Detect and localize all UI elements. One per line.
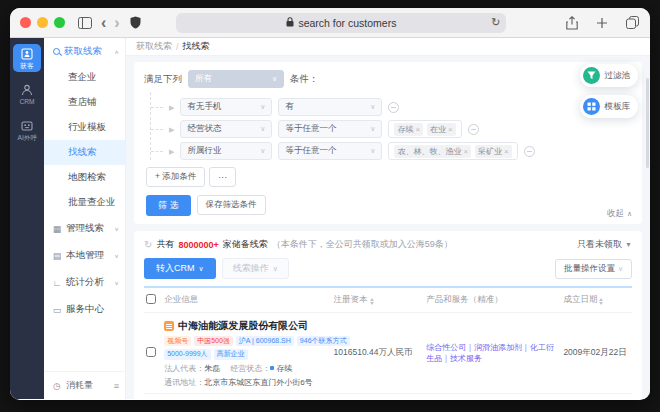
browser-toolbar: ‹ › search for customers ↻ — [10, 8, 650, 38]
products-text[interactable]: 综合性公司｜润滑油添加剂｜化工衍生品｜技术服务 — [426, 342, 559, 365]
sidebar-item-industry-template[interactable]: 行业模板 — [44, 115, 125, 140]
status-dot — [270, 366, 274, 370]
more-conditions-button[interactable]: ⋯ — [209, 167, 236, 187]
sidebar-group-local-manage[interactable]: ▤ 本地管理 ∨ — [44, 242, 125, 269]
sidebar-item-batch-search[interactable]: 批量查企业 — [44, 190, 125, 215]
sidebar-group-service-center[interactable]: ▭ 服务中心 — [44, 296, 125, 323]
filter-field-select[interactable]: 有无手机 ∨ — [180, 98, 272, 116]
close-window-button[interactable] — [20, 17, 31, 28]
header-founded-date[interactable]: 成立日期 — [561, 288, 632, 313]
chip-label: 在业 — [430, 124, 446, 135]
only-unclaimed-label: 只看未领取 — [577, 238, 622, 251]
sidebar-item-find-leads[interactable]: 找线索 — [44, 140, 125, 165]
tag-contacts: 946个联系方式 — [297, 336, 350, 346]
back-button[interactable]: ‹ — [101, 15, 106, 31]
remove-condition-icon[interactable] — [524, 146, 535, 157]
tree-connector — [151, 151, 163, 152]
apply-filter-button[interactable]: 筛 选 — [146, 195, 191, 216]
consumption-label[interactable]: 消耗量 — [66, 379, 93, 392]
legal-person: 朱磊 — [204, 364, 220, 373]
sidebar-group-label: 统计分析 — [66, 276, 104, 289]
remove-condition-icon[interactable] — [468, 124, 479, 135]
batch-settings-label: 批量操作设置 — [564, 263, 615, 275]
filter-operator-select[interactable]: 等于任意一个 ∨ — [278, 120, 382, 138]
rail-item-leads[interactable]: 获客 — [13, 44, 41, 72]
filter-operator-select[interactable]: 有 ∨ — [278, 98, 382, 116]
batch-settings-button[interactable]: 批量操作设置 ∨ — [555, 259, 632, 279]
company-name[interactable]: 中海油能源发展股份有限公司 — [164, 319, 329, 333]
collapse-filter-link[interactable]: 收起 ∧ — [607, 208, 632, 220]
sort-icon[interactable] — [599, 298, 603, 305]
filter-field-value: 所属行业 — [187, 145, 221, 157]
chevron-down-icon: ∨ — [114, 279, 119, 285]
filter-value-chip[interactable]: 在业 — [427, 123, 456, 136]
add-condition-button[interactable]: + 添加条件 — [146, 167, 205, 187]
collapse-sidebar-icon[interactable]: ≡ — [114, 381, 119, 391]
header-company-info: 企业信息 — [162, 288, 331, 313]
share-icon[interactable] — [564, 15, 580, 31]
tab-overview-icon[interactable] — [624, 15, 640, 31]
minimize-window-button[interactable] — [37, 17, 48, 28]
filter-operator-select[interactable]: 等于任意一个 ∨ — [278, 142, 382, 160]
sidebar-group-acquire-leads[interactable]: 获取线索 ∧ — [44, 38, 125, 65]
to-crm-button[interactable]: 转入CRM ∨ — [144, 258, 216, 279]
filter-values-input[interactable]: 存续 在业 — [388, 120, 461, 138]
sort-icon[interactable] — [370, 298, 374, 305]
company-address: 北京市东城区东直门外小街6号 — [204, 378, 312, 387]
sidebar-item-map-search[interactable]: 地图检索 — [44, 165, 125, 190]
tag-channel: 视频号 — [164, 336, 191, 346]
rail-item-crm[interactable]: CRM — [13, 80, 41, 108]
rail-item-label: CRM — [19, 98, 34, 105]
template-library-label: 模板库 — [605, 101, 631, 113]
select-all-checkbox[interactable] — [146, 294, 156, 304]
template-icon — [583, 98, 600, 115]
toolbar-right-icons — [564, 15, 640, 31]
chip-close-icon[interactable] — [463, 147, 468, 156]
save-filter-button[interactable]: 保存筛选条件 — [197, 195, 266, 215]
filter-value-chip[interactable]: 采矿业 — [475, 145, 512, 158]
rail-item-label: AI外呼 — [17, 134, 37, 141]
reload-icon[interactable]: ↻ — [491, 16, 500, 29]
breadcrumb-parent[interactable]: 获取线索 — [136, 40, 172, 53]
vertical-scrollbar[interactable] — [646, 78, 649, 168]
remove-condition-icon[interactable] — [388, 102, 399, 113]
row-checkbox[interactable] — [146, 347, 156, 357]
only-unclaimed-dropdown[interactable]: 只看未领取 ▼ — [577, 238, 632, 251]
filter-row: ▶ 有无手机 ∨ 有 ∨ — [151, 98, 632, 116]
address-bar[interactable]: search for customers ↻ — [176, 13, 506, 33]
filter-pool-button[interactable]: 过滤池 — [580, 64, 639, 87]
chip-label: 农、林、牧、渔业 — [397, 146, 461, 157]
summary-prefix: 共有 — [156, 238, 174, 251]
new-tab-icon[interactable] — [594, 15, 610, 31]
sidebar-toggle-icon[interactable] — [77, 15, 93, 31]
filter-value-chip[interactable]: 存续 — [394, 123, 423, 136]
filter-operator-value: 有 — [285, 101, 294, 113]
main-content: 获取线索 / 找线索 满足下列 所有 ∨ 条件： — [126, 38, 650, 399]
privacy-shield-icon[interactable] — [128, 15, 144, 31]
main-scroll-area: 满足下列 所有 ∨ 条件： ▶ 有无手机 ∨ — [126, 56, 650, 399]
refresh-icon[interactable]: ↻ — [144, 239, 152, 250]
header-registered-capital[interactable]: 注册资本 — [332, 288, 425, 313]
filter-suffix-label: 条件： — [290, 73, 319, 86]
header-products: 产品和服务（精准） — [424, 288, 561, 313]
filter-values-input[interactable]: 农、林、牧、渔业 采矿业 — [388, 142, 517, 160]
lead-action-button[interactable]: 线索操作 ∨ — [222, 258, 289, 279]
chip-close-icon[interactable] — [504, 147, 509, 156]
zoom-window-button[interactable] — [54, 17, 65, 28]
chip-close-icon[interactable] — [448, 125, 453, 134]
sidebar-group-statistics[interactable]: ∟ 统计分析 ∨ — [44, 269, 125, 296]
sidebar-item-search-shop[interactable]: 查店铺 — [44, 90, 125, 115]
filter-value-chip[interactable]: 农、林、牧、渔业 — [394, 145, 471, 158]
forward-button[interactable]: › — [114, 15, 119, 31]
traffic-lights — [20, 17, 65, 28]
filter-logic-select[interactable]: 所有 ∨ — [188, 70, 284, 88]
rail-item-ai-call[interactable]: AI外呼 — [13, 116, 41, 144]
results-panel: ↻ 共有 8000000+ 家储备线索 （本条件下，全公司共领取或加入公海59条… — [134, 231, 642, 399]
template-library-button[interactable]: 模板库 — [580, 95, 639, 118]
chip-close-icon[interactable] — [415, 125, 420, 134]
sidebar-group-manage-leads[interactable]: ▦ 管理线索 ∨ — [44, 215, 125, 242]
filter-field-select[interactable]: 经营状态 ∨ — [180, 120, 272, 138]
filter-field-select[interactable]: 所属行业 ∨ — [180, 142, 272, 160]
sidebar-item-search-company[interactable]: 查企业 — [44, 65, 125, 90]
results-toolbar: 转入CRM ∨ 线索操作 ∨ 批量操作设置 ∨ — [144, 258, 632, 279]
